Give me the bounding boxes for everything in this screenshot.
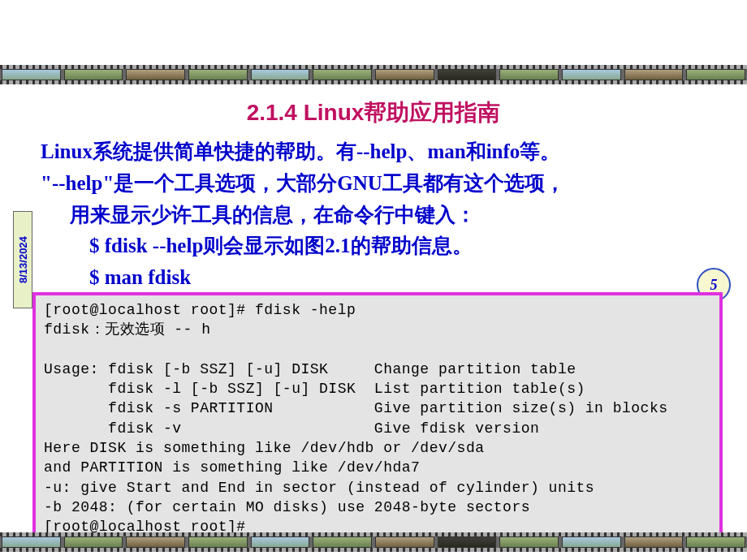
line-4: $ fdisk --help则会显示如图2.1的帮助信息。 xyxy=(41,230,706,262)
term-l1: [root@localhost root]# fdisk -help xyxy=(44,302,356,318)
term-l9: and PARTITION is something like /dev/hda… xyxy=(44,459,420,476)
term-l6: fdisk -s PARTITION Give partition size(s… xyxy=(44,400,668,416)
date-tab: 8/13/2024 xyxy=(13,211,32,308)
line-2: "--help"是一个工具选项，大部分GNU工具都有这个选项， xyxy=(41,172,565,194)
terminal-screenshot: [root@localhost root]# fdisk -help fdisk… xyxy=(32,292,723,547)
filmstrip-top xyxy=(0,65,747,84)
filmstrip-bottom xyxy=(0,532,747,552)
slide-title: 2.1.4 Linux帮助应用指南 xyxy=(0,97,747,128)
line-3: 用来显示少许工具的信息，在命令行中键入： xyxy=(41,200,706,231)
term-l4: Usage: fdisk [-b SSZ] [-u] DISK Change p… xyxy=(44,361,576,377)
line-5: $ man fdisk xyxy=(41,262,706,294)
term-l8: Here DISK is something like /dev/hdb or … xyxy=(44,440,484,456)
term-l5: fdisk -l [-b SSZ] [-u] DISK List partiti… xyxy=(44,381,585,397)
term-l7: fdisk -v Give fdisk version xyxy=(44,420,539,437)
body-text: Linux系统提供简单快捷的帮助。有--help、man和info等。 "--h… xyxy=(41,136,706,294)
term-l2: fdisk：无效选项 -- h xyxy=(44,321,211,338)
line-1: Linux系统提供简单快捷的帮助。有--help、man和info等。 xyxy=(41,140,560,162)
term-l11: -b 2048: (for certain MO disks) use 2048… xyxy=(44,499,530,515)
term-l10: -u: give Start and End in sector (instea… xyxy=(44,480,594,496)
